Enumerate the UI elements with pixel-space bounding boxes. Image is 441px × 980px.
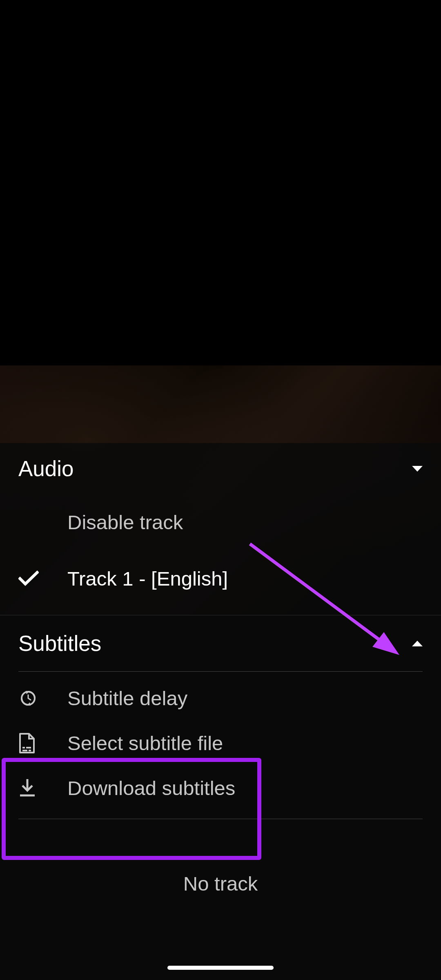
home-indicator[interactable] — [167, 966, 274, 970]
subtitle-delay-item[interactable]: Subtitle delay — [0, 676, 441, 721]
chevron-up-icon — [412, 641, 423, 646]
sync-icon — [18, 688, 67, 708]
file-icon — [18, 733, 67, 753]
svg-rect-3 — [29, 750, 31, 751]
select-subtitle-file-label: Select subtitle file — [67, 732, 223, 755]
check-icon — [18, 570, 67, 587]
chevron-down-icon — [412, 466, 423, 472]
audio-section-title: Audio — [18, 456, 74, 481]
audio-track-1-label: Track 1 - [English] — [67, 567, 228, 590]
subtitles-section-header[interactable]: Subtitles — [0, 615, 441, 671]
select-subtitle-file-item[interactable]: Select subtitle file — [0, 721, 441, 766]
audio-disable-track[interactable]: Disable track — [0, 494, 441, 550]
no-track-label: No track — [0, 819, 441, 895]
svg-rect-2 — [22, 750, 27, 751]
svg-rect-0 — [22, 747, 25, 748]
audio-disable-label: Disable track — [67, 511, 183, 534]
download-icon — [18, 778, 67, 798]
download-subtitles-item[interactable]: Download subtitles — [0, 766, 441, 811]
audio-section-header[interactable]: Audio — [0, 443, 441, 494]
divider — [18, 671, 423, 672]
subtitles-section-title: Subtitles — [18, 631, 101, 656]
audio-track-1[interactable]: Track 1 - [English] — [0, 550, 441, 607]
download-subtitles-label: Download subtitles — [67, 777, 235, 800]
subtitle-delay-label: Subtitle delay — [67, 687, 187, 710]
tracks-sheet: Audio Disable track Track 1 - [English] … — [0, 443, 441, 980]
svg-rect-1 — [26, 747, 31, 748]
